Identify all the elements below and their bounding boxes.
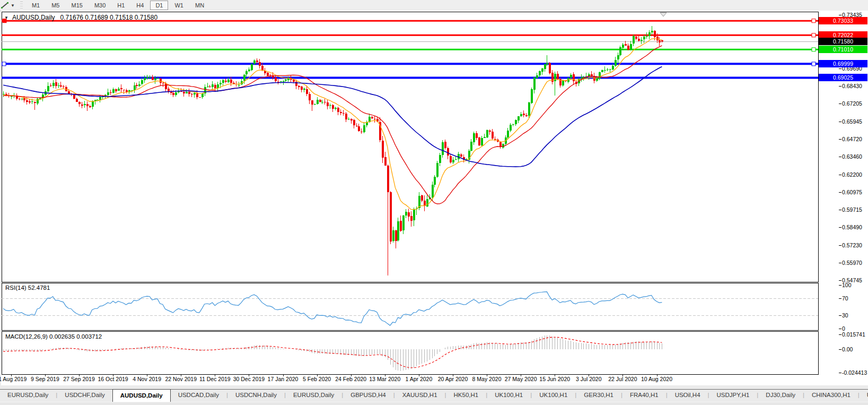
price-axis-label: 0.59715	[842, 206, 862, 213]
tab-gbpusd-h4[interactable]: GBPUSD,H4	[343, 390, 393, 402]
tab-xauusd-h1[interactable]: XAUUSD,H1	[395, 390, 445, 402]
macd-pane-frame	[2, 332, 819, 375]
price-badge-hline: 0.69025	[819, 74, 867, 81]
hline-right-handle[interactable]	[812, 33, 816, 37]
chart-context-arrow-icon[interactable]: ▼	[4, 15, 8, 20]
date-axis-label: 21 Aug 2019	[0, 376, 27, 382]
price-axis-label: 0.64720	[842, 136, 862, 142]
date-axis-label: 4 Nov 2019	[133, 376, 161, 382]
symbol-tab-bar: EURUSD,Daily|USDCHF,DailyAUDUSD,DailyUSD…	[0, 389, 868, 402]
hline-right-handle[interactable]	[812, 48, 816, 51]
macd-axis-zero-label: 0.00	[842, 346, 853, 352]
hline-left-handle[interactable]	[2, 62, 6, 66]
macd-pane-label: MACD(12,26,9) 0.002635 0.003712	[5, 333, 102, 340]
date-axis-label: 22 Jul 2020	[608, 376, 637, 382]
mt4-window: ▼ M1M5M15M30H1H4D1W1MN ▼ AUDUSD,Daily 0.…	[0, 0, 868, 405]
rsi-line	[3, 292, 662, 326]
date-axis-label: 3 Jul 2020	[576, 376, 601, 382]
chart-symbol-label: AUDUSD,Daily	[12, 14, 55, 21]
price-axis-label: 0.67205	[842, 100, 862, 107]
rsi-axis-label: 70	[842, 295, 848, 301]
bull-candle-wicks	[4, 26, 652, 243]
chart-ohlc-readout: 0.71676 0.71689 0.71518 0.71580	[60, 14, 158, 21]
date-axis-label: 8 May 2020	[472, 376, 502, 382]
rsi-axis-label: 30	[842, 312, 848, 318]
bull-candle-bodies	[3, 31, 653, 241]
price-axis-label: 0.68430	[842, 83, 862, 89]
price-axis-label: 0.65945	[842, 118, 862, 125]
tab-ger30-h1[interactable]: GER30,H1	[576, 390, 621, 402]
tab-dj30-daily[interactable]: DJ30,Daily	[758, 390, 803, 402]
tab-usdcad-daily[interactable]: USDCAD,Daily	[171, 390, 226, 402]
date-axis-label: 11 Dec 2019	[199, 376, 231, 382]
ma-line-22[interactable]	[3, 46, 662, 204]
tab-uk100-h1[interactable]: UK100,H1	[532, 390, 575, 402]
tab-usdchf-daily[interactable]: USDCHF,Daily	[57, 390, 112, 402]
price-axis-label: 0.57230	[842, 242, 862, 248]
date-axis-label: 15 Jun 2020	[539, 376, 570, 382]
rsi-value: 52.4781	[28, 285, 50, 291]
date-axis-label: 13 Mar 2020	[369, 376, 400, 382]
price-badge-hline: 0.73033	[819, 17, 867, 24]
tab-hk50-h1[interactable]: HK50,H1	[446, 390, 486, 402]
tab-fra40-h1[interactable]: FRA40,H1	[622, 390, 666, 402]
price-badge-hline: 0.69999	[819, 60, 867, 67]
chart-title: ▼ AUDUSD,Daily 0.71676 0.71689 0.71518 0…	[4, 14, 157, 21]
tab-china300-h1[interactable]: CHINA300,H1	[804, 390, 858, 402]
date-axis-label: 17 Jan 2020	[268, 376, 299, 382]
status-bar	[0, 402, 868, 405]
hline-right-handle[interactable]	[812, 62, 816, 66]
rsi-pane-frame	[2, 283, 819, 331]
tab-usoil-h4[interactable]: USOil,H4	[668, 390, 708, 402]
current-price-badge: 0.71580	[819, 38, 867, 45]
date-axis-label: 27 May 2020	[505, 376, 537, 382]
date-axis-label: 27 Sep 2019	[63, 376, 95, 382]
price-axis-label: 0.63460	[842, 153, 862, 160]
chart-shift-marker-icon[interactable]	[660, 13, 667, 16]
date-axis-label: 24 Feb 2020	[335, 376, 366, 382]
rsi-pane-label: RSI(14) 52.4781	[5, 285, 50, 291]
bear-candle-wicks	[6, 30, 662, 275]
tab-uk100-h1[interactable]: UK100,H1	[487, 390, 530, 402]
macd-axis-min-label: -0.024413	[842, 369, 867, 376]
axis-ticks	[12, 15, 842, 377]
price-axis-label: 0.58490	[842, 224, 862, 230]
tab-usdjpy-h1[interactable]: USDJPY,H1	[709, 390, 757, 402]
date-axis-label: 5 Feb 2020	[303, 376, 331, 382]
tab-eurusd-daily[interactable]: EURUSD,Daily	[286, 390, 341, 402]
price-pane-frame	[2, 12, 819, 282]
price-chart-canvas[interactable]	[0, 0, 868, 405]
hline-right-handle[interactable]	[812, 19, 816, 23]
date-axis-label: 16 Oct 2019	[98, 376, 128, 382]
date-axis-label: 10 Aug 2020	[641, 376, 672, 382]
date-axis-label: 30 Dec 2019	[233, 376, 265, 382]
tab-usoil-h1[interactable]: USOil,H1	[860, 390, 868, 402]
tab-audusd-daily[interactable]: AUDUSD,Daily	[112, 389, 171, 402]
tab-usdcnh-daily[interactable]: USDCNH,Daily	[228, 390, 284, 402]
price-axis-label: 0.55970	[842, 260, 862, 266]
date-axis-label: 22 Nov 2019	[165, 376, 197, 382]
price-axis-label: 0.60975	[842, 189, 862, 195]
date-axis-label: 9 Sep 2019	[31, 376, 59, 382]
date-axis-label: 20 Apr 2020	[438, 376, 468, 382]
price-badge-hline: 0.71010	[819, 46, 867, 53]
macd-axis-max-label: 0.015741	[842, 331, 865, 338]
bear-candle-bodies	[5, 31, 663, 241]
rsi-axis-label: 100	[842, 282, 852, 288]
date-axis-label: 1 Apr 2020	[405, 376, 432, 382]
macd-values: 0.002635 0.003712	[49, 333, 102, 340]
price-axis-label: 0.62200	[842, 171, 862, 178]
tab-eurusd-daily[interactable]: EURUSD,Daily	[0, 390, 56, 402]
